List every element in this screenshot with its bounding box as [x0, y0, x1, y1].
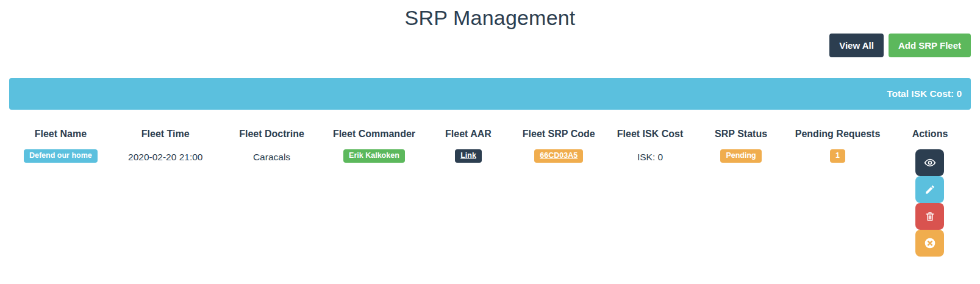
delete-fleet-button[interactable] [915, 203, 944, 230]
view-all-button[interactable]: View All [829, 34, 884, 57]
times-circle-icon [924, 237, 936, 249]
fleet-name-badge: Defend our home [24, 149, 98, 163]
col-header-fleet-doctrine: Fleet Doctrine [219, 124, 324, 144]
edit-fleet-button[interactable] [915, 176, 944, 203]
close-srp-fleet-button[interactable] [915, 230, 944, 257]
view-fleet-button[interactable] [915, 149, 944, 176]
total-isk-cost-banner: Total ISK Cost: 0 [9, 78, 971, 110]
fleet-aar-link[interactable]: Link [455, 149, 482, 163]
table-header-row: Fleet Name Fleet Time Fleet Doctrine Fle… [9, 124, 971, 144]
toolbar: View All Add SRP Fleet [9, 34, 971, 57]
fleet-isk-cost-cell: ISK: 0 [604, 144, 696, 261]
srp-management-page: SRP Management View All Add SRP Fleet To… [0, 6, 980, 261]
fleet-doctrine-cell: Caracals [219, 144, 324, 261]
col-header-fleet-aar: Fleet AAR [424, 124, 513, 144]
table-row: Defend our home 2020-02-20 21:00 Caracal… [9, 144, 971, 261]
trash-icon [925, 211, 935, 222]
srp-status-badge: Pending [720, 149, 761, 163]
fleet-commander-badge: Erik Kalkoken [343, 149, 405, 163]
pending-requests-badge: 1 [830, 149, 845, 163]
srp-fleet-table: Fleet Name Fleet Time Fleet Doctrine Fle… [9, 124, 971, 261]
col-header-srp-status: SRP Status [696, 124, 786, 144]
pencil-icon [925, 184, 935, 195]
col-header-pending-requests: Pending Requests [786, 124, 889, 144]
col-header-fleet-time: Fleet Time [112, 124, 219, 144]
fleet-srp-code-link[interactable]: 66CD03A5 [534, 149, 583, 163]
fleet-time-cell: 2020-02-20 21:00 [112, 144, 219, 261]
eye-icon [924, 157, 936, 169]
actions-stack [894, 149, 966, 257]
add-srp-fleet-button[interactable]: Add SRP Fleet [889, 34, 971, 57]
col-header-fleet-srp-code: Fleet SRP Code [513, 124, 604, 144]
col-header-fleet-name: Fleet Name [9, 124, 112, 144]
col-header-actions: Actions [889, 124, 971, 144]
page-title: SRP Management [9, 6, 971, 30]
total-isk-cost-label: Total ISK Cost: 0 [887, 88, 962, 99]
col-header-fleet-commander: Fleet Commander [324, 124, 423, 144]
col-header-fleet-isk-cost: Fleet ISK Cost [604, 124, 696, 144]
